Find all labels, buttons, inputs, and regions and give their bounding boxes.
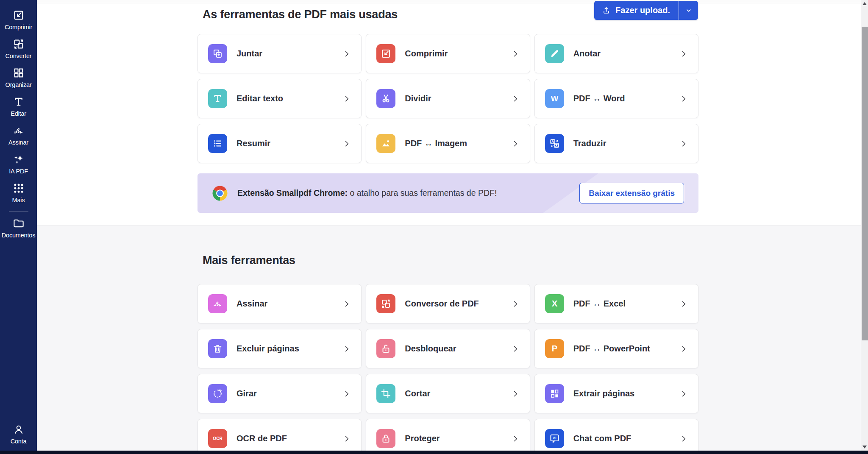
merge-icon	[208, 44, 227, 63]
convert-icon	[376, 294, 395, 313]
chevron-right-icon	[679, 390, 688, 398]
extract-icon	[545, 384, 564, 403]
sidebar: Comprimir Converter Organizar Editar Ass…	[0, 0, 37, 451]
chevron-right-icon	[511, 390, 520, 398]
scrollbar-down-arrow[interactable]	[862, 446, 867, 448]
svg-text:OCR: OCR	[213, 436, 223, 441]
tool-card-label: Extrair páginas	[573, 389, 635, 398]
svg-text:X: X	[551, 299, 557, 308]
tool-card-proteger[interactable]: Proteger	[366, 419, 530, 454]
sidebar-item-conta[interactable]: Conta	[0, 419, 37, 451]
tool-card-label: Juntar	[236, 49, 262, 58]
popular-tools-section: As ferramentas de PDF mais usadas Juntar…	[37, 3, 868, 225]
tool-card-cortar[interactable]: Cortar	[366, 374, 530, 413]
tool-card-label: Editar texto	[236, 94, 283, 103]
pencil-icon	[545, 44, 564, 63]
sidebar-item-mais[interactable]: Mais	[0, 178, 37, 207]
banner-regular-text: o atalho para suas ferramentas de PDF!	[350, 188, 497, 198]
chrome-icon	[212, 185, 228, 201]
tool-card-label: Excluir páginas	[236, 344, 299, 354]
tool-card-traduzir[interactable]: A Traduzir	[534, 124, 698, 163]
tool-card-girar[interactable]: Girar	[198, 374, 362, 413]
tool-card-pdf-excel[interactable]: X PDF ↔ Excel	[534, 284, 698, 323]
signature-icon	[12, 124, 25, 137]
chevron-right-icon	[511, 139, 520, 148]
more-tools-section: Mais ferramentas Assinar Conversor de PD…	[37, 225, 868, 451]
tool-card-extrair-paginas[interactable]: Extrair páginas	[534, 374, 698, 413]
tool-card-label: Anotar	[573, 49, 601, 58]
scrollbar-thumb[interactable]	[862, 27, 868, 340]
scrollbar[interactable]	[861, 0, 868, 451]
trash-icon	[208, 339, 227, 358]
tool-card-editar-texto[interactable]: Editar texto	[198, 79, 362, 118]
ocr-icon: OCR	[208, 429, 227, 448]
sidebar-item-converter[interactable]: Converter	[0, 34, 37, 63]
tool-card-juntar[interactable]: Juntar	[198, 34, 362, 73]
sidebar-item-editar[interactable]: Editar	[0, 92, 37, 120]
tool-card-label: Girar	[236, 389, 257, 398]
folder-icon	[12, 217, 25, 230]
tool-card-label: Resumir	[236, 139, 270, 148]
main-area: Fazer upload. As ferramentas de PDF mais…	[37, 0, 868, 451]
sidebar-item-comprimir[interactable]: Comprimir	[0, 5, 37, 34]
svg-text:A: A	[551, 139, 554, 144]
tool-card-dividir[interactable]: Dividir	[366, 79, 530, 118]
sidebar-item-organizar[interactable]: Organizar	[0, 63, 37, 92]
tool-card-label: PDF ↔ PowerPoint	[573, 344, 650, 354]
tool-card-pdf-word[interactable]: W PDF ↔ Word	[534, 79, 698, 118]
popular-tools-grid: Juntar Comprimir Anotar Editar texto	[198, 34, 698, 163]
image-icon	[376, 134, 395, 153]
upload-button[interactable]: Fazer upload.	[594, 1, 679, 20]
chevron-right-icon	[511, 95, 520, 103]
tool-card-label: PDF ↔ Excel	[573, 299, 626, 309]
chevron-right-icon	[342, 139, 351, 148]
compress-icon	[12, 9, 25, 22]
tool-card-assinar[interactable]: Assinar	[198, 284, 362, 323]
tool-card-ocr-de-pdf[interactable]: OCR OCR de PDF	[198, 419, 362, 454]
tool-card-pdf-powerpoint[interactable]: P PDF ↔ PowerPoint	[534, 329, 698, 368]
sidebar-item-label: Mais	[12, 197, 25, 203]
tool-card-label: Proteger	[405, 434, 440, 443]
window-bottom-edge	[0, 451, 868, 454]
sidebar-item-label: Converter	[6, 53, 32, 59]
chrome-extension-banner: Extensão Smallpdf Chrome: o atalho para …	[198, 173, 698, 213]
tool-card-anotar[interactable]: Anotar	[534, 34, 698, 73]
tool-card-conversor-de-pdf[interactable]: Conversor de PDF	[366, 284, 530, 323]
tool-card-label: OCR de PDF	[236, 434, 287, 443]
tool-card-label: Dividir	[405, 94, 431, 103]
chevron-right-icon	[679, 345, 688, 353]
more-tools-title: Mais ferramentas	[198, 252, 698, 269]
upload-button-label: Fazer upload.	[615, 6, 670, 15]
tool-card-comprimir[interactable]: Comprimir	[366, 34, 530, 73]
crop-icon	[376, 384, 395, 403]
list-icon	[208, 134, 227, 153]
sidebar-item-assinar[interactable]: Assinar	[0, 120, 37, 149]
tool-card-pdf-imagem[interactable]: PDF ↔ Imagem	[366, 124, 530, 163]
upload-dropdown-button[interactable]	[679, 1, 698, 20]
sidebar-item-documentos[interactable]: Documentos	[0, 213, 37, 242]
chevron-right-icon	[342, 435, 351, 443]
sidebar-item-label: Conta	[11, 438, 27, 445]
svg-text:W: W	[551, 94, 558, 103]
chevron-right-icon	[342, 390, 351, 398]
chevron-right-icon	[679, 50, 688, 58]
chat-ai-icon: AI	[545, 429, 564, 448]
tool-card-resumir[interactable]: Resumir	[198, 124, 362, 163]
compress-icon	[376, 44, 395, 63]
powerpoint-icon: P	[545, 339, 564, 358]
svg-text:P: P	[551, 344, 557, 353]
more-tools-grid: Assinar Conversor de PDF X PDF ↔ Excel E…	[198, 284, 698, 454]
download-extension-button[interactable]: Baixar extensão grátis	[579, 183, 684, 203]
svg-text:AI: AI	[553, 436, 556, 440]
sidebar-item-ia-pdf[interactable]: IA PDF	[0, 149, 37, 178]
tool-card-chat-com-pdf[interactable]: AI Chat com PDF	[534, 419, 698, 454]
unlock-icon	[376, 339, 395, 358]
scrollbar-up-arrow[interactable]	[862, 2, 867, 5]
sidebar-item-label: Organizar	[6, 81, 32, 88]
chevron-right-icon	[342, 95, 351, 103]
tool-card-desbloquear[interactable]: Desbloquear	[366, 329, 530, 368]
chevron-right-icon	[511, 50, 520, 58]
sidebar-divider	[9, 211, 28, 212]
tool-card-excluir-paginas[interactable]: Excluir páginas	[198, 329, 362, 368]
tool-card-label: Desbloquear	[405, 344, 456, 354]
